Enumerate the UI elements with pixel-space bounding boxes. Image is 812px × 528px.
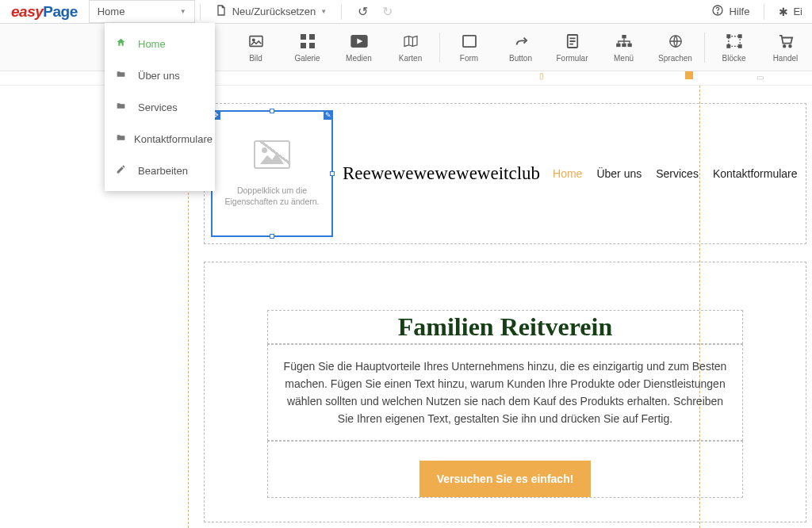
- undo-redo-group: ↺ ↻: [347, 4, 404, 19]
- heading-block[interactable]: Familien Reitverein: [267, 310, 743, 344]
- svg-point-3: [252, 39, 254, 40]
- help-button[interactable]: Hilfe: [702, 0, 759, 23]
- dropdown-label: Services: [138, 101, 178, 113]
- tool-label: Blöcke: [722, 54, 745, 63]
- svg-rect-17: [727, 34, 730, 37]
- logo: easyPage: [0, 3, 89, 21]
- folder-icon: [116, 132, 126, 145]
- nav-link-home[interactable]: Home: [553, 167, 582, 180]
- home-icon: [116, 37, 130, 50]
- page-dropdown-menu: Home Über uns Services Kontaktformulare …: [105, 23, 215, 191]
- page-selector-dropdown[interactable]: Home ▼: [89, 0, 195, 23]
- logo-part1: easy: [11, 3, 43, 20]
- tablet-breakpoint-icon[interactable]: ▯: [539, 71, 544, 80]
- cart-icon: [778, 33, 794, 50]
- dropdown-label: Über uns: [138, 70, 180, 82]
- separator: [341, 4, 342, 20]
- svg-rect-5: [309, 34, 315, 40]
- tablet-breakpoint-marker[interactable]: [685, 71, 693, 79]
- site-title-text[interactable]: Reeweweweweweweitclub: [343, 163, 540, 184]
- file-icon: [215, 4, 228, 19]
- tool-label: Form: [460, 54, 478, 63]
- desktop-breakpoint-icon[interactable]: ▭: [756, 73, 764, 82]
- edit-handle-icon[interactable]: ✎: [324, 110, 333, 120]
- tool-label: Karten: [399, 54, 422, 63]
- tool-gallery[interactable]: Galerie: [282, 33, 333, 63]
- dropdown-label: Kontaktformulare: [134, 133, 213, 145]
- topbar-right: Hilfe ✱ Ei: [702, 0, 812, 23]
- play-icon: [350, 33, 368, 50]
- dropdown-label: Bearbeiten: [138, 165, 188, 177]
- paragraph-text: Fügen Sie die Hauptvorteile Ihres Untern…: [284, 360, 727, 425]
- svg-rect-12: [616, 43, 620, 46]
- separator: [704, 33, 705, 63]
- text-block[interactable]: Fügen Sie die Hauptvorteile Ihres Untern…: [267, 344, 743, 441]
- tool-label: Bild: [249, 54, 262, 63]
- redo-button[interactable]: ↻: [382, 4, 393, 19]
- svg-rect-14: [627, 43, 631, 46]
- tool-maps[interactable]: Karten: [385, 33, 436, 63]
- body-section[interactable]: Familien Reitverein Fügen Sie die Hauptv…: [204, 262, 806, 522]
- resize-handle[interactable]: [270, 234, 274, 239]
- settings-button[interactable]: ✱ Ei: [769, 0, 812, 23]
- svg-rect-19: [727, 44, 730, 48]
- tool-label: Button: [509, 54, 532, 63]
- tool-formular[interactable]: Formular: [546, 33, 598, 63]
- grid-icon: [301, 33, 315, 50]
- image-icon: [248, 33, 264, 50]
- image-placeholder-selected[interactable]: ✥ ✎ Doppelklick um die Eigenschaften zu …: [211, 110, 333, 237]
- topbar: easyPage Home ▼ Neu/Zurücksetzen ▼ ↺ ↻ H…: [0, 0, 812, 24]
- blocks-icon: [726, 33, 742, 50]
- resize-handle[interactable]: [330, 171, 335, 176]
- svg-rect-20: [738, 44, 741, 48]
- nav-link-contact[interactable]: Kontaktformulare: [713, 167, 798, 180]
- tool-form[interactable]: Form: [443, 33, 495, 63]
- form-icon: [462, 33, 477, 50]
- separator: [439, 33, 440, 63]
- svg-rect-4: [301, 34, 306, 40]
- nav-link-services[interactable]: Services: [656, 167, 699, 180]
- svg-rect-9: [463, 35, 476, 46]
- svg-rect-6: [301, 43, 306, 48]
- dropdown-item-contact[interactable]: Kontaktformulare: [105, 123, 215, 155]
- globe-icon: [668, 33, 683, 50]
- dropdown-item-home[interactable]: Home: [105, 28, 215, 59]
- gear-icon: ✱: [779, 6, 788, 18]
- resize-handle[interactable]: [270, 109, 274, 113]
- folder-icon: [116, 69, 130, 82]
- caret-down-icon: ▼: [320, 8, 327, 15]
- map-icon: [403, 33, 419, 50]
- tool-languages[interactable]: Sprachen: [649, 33, 701, 63]
- header-section[interactable]: ✥ ✎ Doppelklick um die Eigenschaften zu …: [204, 103, 806, 244]
- tool-label: Galerie: [294, 54, 320, 63]
- settings-label: Ei: [793, 6, 802, 17]
- cta-block[interactable]: Versuchen Sie es einfach!: [267, 441, 743, 498]
- cta-button[interactable]: Versuchen Sie es einfach!: [419, 461, 592, 497]
- site-nav: Home Über uns Services Kontaktformulare: [553, 167, 797, 180]
- logo-part2: Page: [43, 3, 77, 20]
- help-icon: [711, 4, 724, 19]
- page-heading: Familien Reitverein: [268, 312, 742, 342]
- help-label: Hilfe: [729, 6, 749, 17]
- tool-button[interactable]: Button: [495, 33, 546, 63]
- tool-commerce[interactable]: Handel: [760, 33, 811, 63]
- tool-menu[interactable]: Menü: [598, 33, 649, 63]
- svg-rect-13: [622, 43, 626, 46]
- page-content: ✥ ✎ Doppelklick um die Eigenschaften zu …: [188, 86, 812, 522]
- tool-blocks[interactable]: Blöcke: [708, 33, 760, 63]
- folder-icon: [116, 101, 130, 113]
- svg-point-1: [718, 13, 718, 13]
- svg-point-22: [789, 44, 791, 47]
- separator: [764, 4, 764, 20]
- tool-label: Medien: [346, 54, 372, 63]
- dropdown-item-about[interactable]: Über uns: [105, 59, 215, 91]
- dropdown-item-edit[interactable]: Bearbeiten: [105, 155, 215, 186]
- tool-image[interactable]: Bild: [230, 33, 282, 63]
- nav-link-about[interactable]: Über uns: [596, 167, 642, 180]
- new-reset-button[interactable]: Neu/Zurücksetzen ▼: [205, 0, 336, 23]
- dropdown-item-services[interactable]: Services: [105, 91, 215, 123]
- new-reset-label: Neu/Zurücksetzen: [232, 6, 316, 17]
- undo-button[interactable]: ↺: [358, 4, 368, 19]
- tool-media[interactable]: Medien: [333, 33, 385, 63]
- tool-label: Formular: [556, 54, 588, 63]
